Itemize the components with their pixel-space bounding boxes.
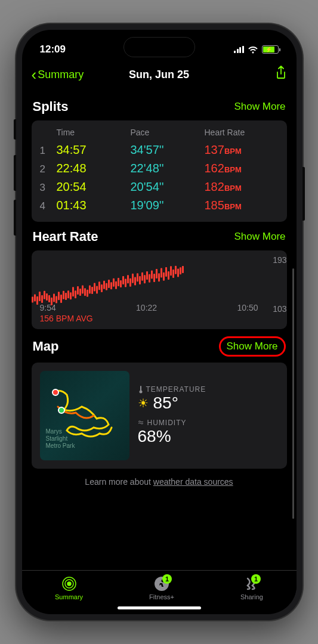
battery-icon: ⚡: [262, 45, 279, 54]
humidity-icon: [138, 420, 145, 426]
hr-max-label: 193: [273, 255, 286, 265]
split-row: 134:5734'57''137BPM: [40, 141, 279, 159]
map-thumbnail[interactable]: MarysStarlightMetro Park: [40, 371, 129, 460]
content[interactable]: Splits Show More Time Pace Heart Rate 13…: [22, 92, 297, 570]
share-button[interactable]: [275, 66, 287, 83]
tab-sharing[interactable]: 1 Sharing: [240, 575, 263, 600]
split-row: 222:4822'48''162BPM: [40, 159, 279, 178]
map-header: Map Show More: [32, 329, 287, 363]
weather-info: TEMPERATURE ☀ 85° HUMIDITY 68%: [138, 371, 279, 460]
home-indicator[interactable]: [118, 606, 201, 609]
humidity-label: HUMIDITY: [138, 419, 279, 427]
hr-show-more[interactable]: Show More: [234, 231, 286, 243]
thermometer-icon: [138, 385, 144, 394]
hr-chart: [32, 270, 267, 311]
col-hr: Heart Rate: [205, 128, 279, 137]
badge-icon: 1: [251, 574, 261, 584]
park-label: MarysStarlightMetro Park: [46, 428, 75, 450]
dynamic-island: [124, 37, 195, 57]
hr-title: Heart Rate: [33, 229, 98, 244]
svg-rect-1: [140, 386, 141, 391]
wifi-icon: [248, 46, 258, 54]
temp-label: TEMPERATURE: [138, 385, 279, 394]
status-icons: ⚡: [234, 45, 279, 54]
tab-fitness[interactable]: 1 Fitness+: [149, 575, 174, 600]
back-label: Summary: [38, 69, 84, 81]
map-card: MarysStarlightMetro Park TEMPERATURE ☀ 8…: [32, 363, 287, 469]
hr-min-label: 103: [273, 304, 286, 314]
scrollbar[interactable]: [292, 268, 294, 519]
phone-frame: 12:09 ⚡ ‹ Summary Sun, Jun 25 Splits Sho…: [16, 24, 302, 620]
share-icon: [275, 66, 287, 80]
temp-value: ☀ 85°: [138, 394, 279, 413]
status-time: 12:09: [40, 44, 66, 55]
humidity-value: 68%: [138, 427, 279, 446]
summary-icon: [61, 576, 77, 592]
col-pace: Pace: [131, 128, 205, 137]
splits-title: Splits: [33, 99, 69, 114]
splits-show-more[interactable]: Show More: [234, 101, 286, 113]
nav-bar: ‹ Summary Sun, Jun 25: [22, 60, 297, 92]
start-pin-icon: [52, 389, 59, 396]
splits-header: Splits Show More: [32, 92, 287, 120]
hr-header: Heart Rate Show More: [32, 222, 287, 250]
map-show-more[interactable]: Show More: [219, 336, 286, 357]
hr-avg: 156 BPM AVG: [40, 314, 279, 323]
chevron-left-icon: ‹: [32, 69, 37, 81]
screen: 12:09 ⚡ ‹ Summary Sun, Jun 25 Splits Sho…: [22, 30, 297, 614]
end-pin-icon: [58, 407, 65, 414]
split-row: 320:5420'54''182BPM: [40, 178, 279, 196]
weather-source-link[interactable]: Learn more about weather data sources: [32, 469, 287, 493]
signal-icon: [234, 46, 244, 53]
back-button[interactable]: ‹ Summary: [32, 69, 84, 81]
splits-card: Time Pace Heart Rate 134:5734'57''137BPM…: [32, 120, 287, 222]
svg-point-4: [67, 582, 71, 586]
split-row: 401:4319'09''185BPM: [40, 196, 279, 215]
hr-card: 193 103 9:54 10:22 10:50 156 BPM AVG: [32, 250, 287, 329]
tab-bar: Summary 1 Fitness+ 1 Sharing: [22, 570, 297, 603]
badge-icon: 1: [162, 574, 172, 584]
col-time: Time: [57, 128, 131, 137]
page-title: Sun, Jun 25: [129, 69, 189, 81]
tab-summary[interactable]: Summary: [55, 575, 83, 600]
sun-icon: ☀: [138, 396, 149, 410]
map-title: Map: [33, 339, 59, 354]
